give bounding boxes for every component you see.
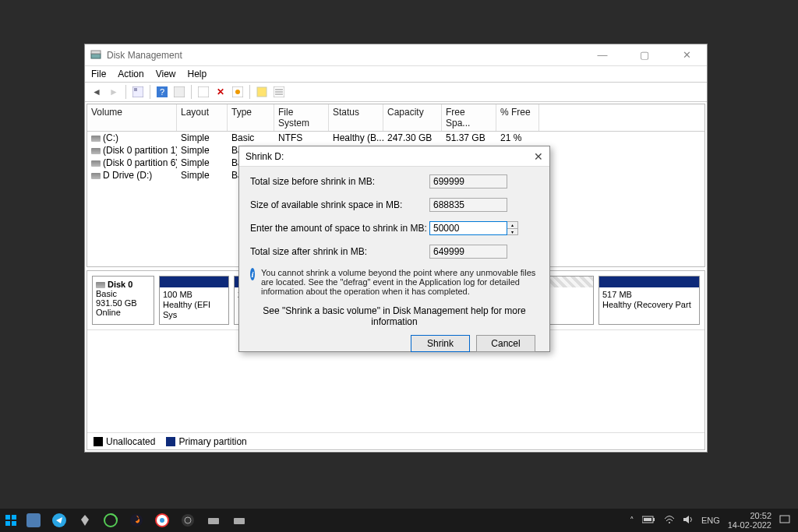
toolbar: ◄ ► ? ✕ xyxy=(85,82,707,102)
task-item[interactable] xyxy=(125,509,147,531)
disk-icon xyxy=(91,136,101,142)
legend-swatch-primary xyxy=(166,437,175,446)
svg-point-9 xyxy=(235,90,240,94)
svg-rect-0 xyxy=(91,54,101,58)
chevron-up-icon[interactable]: ˄ xyxy=(630,516,634,526)
svg-text:?: ? xyxy=(160,87,164,97)
task-item[interactable] xyxy=(23,509,44,531)
legend-swatch-unallocated xyxy=(94,437,103,446)
start-button[interactable] xyxy=(3,513,19,528)
menu-view[interactable]: View xyxy=(156,69,176,79)
svg-point-22 xyxy=(130,514,143,527)
svg-rect-7 xyxy=(198,86,209,97)
task-item[interactable] xyxy=(228,509,250,531)
svg-point-26 xyxy=(182,514,194,527)
col-status[interactable]: Status xyxy=(329,104,383,131)
label-enter-shrink: Enter the amount of space to shrink in M… xyxy=(250,223,429,234)
shrink-button[interactable]: Shrink xyxy=(411,335,470,352)
disk-icon xyxy=(96,282,105,288)
disk-label[interactable]: Disk 0 Basic 931.50 GB Online xyxy=(92,276,154,325)
refresh-icon[interactable] xyxy=(172,85,186,99)
value-total-after: 649999 xyxy=(429,245,507,259)
menu-help[interactable]: Help xyxy=(188,69,207,79)
back-button[interactable]: ◄ xyxy=(90,85,104,99)
col-layout[interactable]: Layout xyxy=(177,104,228,131)
disk-icon xyxy=(91,160,101,167)
task-item[interactable] xyxy=(74,509,96,531)
list-item[interactable]: (C:) Simple Basic NTFS Healthy (B... 247… xyxy=(87,132,704,144)
col-capacity[interactable]: Capacity xyxy=(383,104,442,131)
menubar: File Action View Help xyxy=(85,66,707,82)
svg-rect-10 xyxy=(257,87,267,97)
maximize-button[interactable]: ▢ xyxy=(629,49,660,61)
svg-rect-17 xyxy=(5,521,10,526)
delete-icon[interactable]: ✕ xyxy=(214,85,228,99)
task-item[interactable] xyxy=(177,509,199,531)
menu-file[interactable]: File xyxy=(91,69,106,79)
value-available: 688835 xyxy=(429,198,507,212)
svg-rect-6 xyxy=(174,86,185,97)
tree-icon[interactable] xyxy=(131,85,145,99)
volume-icon[interactable] xyxy=(683,515,694,526)
svg-point-33 xyxy=(669,522,670,523)
svg-rect-18 xyxy=(12,521,16,526)
battery-icon[interactable] xyxy=(642,516,656,525)
note-icon[interactable] xyxy=(255,85,269,99)
minimize-button[interactable]: — xyxy=(587,49,618,61)
list-header: Volume Layout Type File System Status Ca… xyxy=(87,104,704,132)
col-percent[interactable]: % Free xyxy=(496,104,539,131)
menu-action[interactable]: Action xyxy=(118,69,143,79)
close-button[interactable]: ✕ xyxy=(671,49,702,61)
spinner[interactable]: ▴▾ xyxy=(507,221,518,235)
task-item[interactable] xyxy=(203,509,224,531)
shrink-amount-input[interactable]: 50000 xyxy=(429,221,507,235)
svg-rect-28 xyxy=(208,518,219,524)
app-icon xyxy=(90,49,102,62)
svg-rect-15 xyxy=(5,515,10,520)
task-item[interactable] xyxy=(48,509,70,531)
dialog-close-icon[interactable]: ✕ xyxy=(534,150,543,163)
help-text: See "Shrink a basic volume" in Disk Mana… xyxy=(250,305,538,327)
settings-icon[interactable] xyxy=(231,85,245,99)
svg-rect-3 xyxy=(134,88,137,91)
svg-rect-29 xyxy=(234,518,245,524)
language-indicator[interactable]: ENG xyxy=(701,516,720,525)
svg-rect-32 xyxy=(644,518,651,521)
prop-icon[interactable] xyxy=(196,85,210,99)
task-item[interactable] xyxy=(151,509,173,531)
dialog-titlebar: Shrink D: ✕ xyxy=(239,146,549,167)
col-volume[interactable]: Volume xyxy=(87,104,177,131)
info-icon: i xyxy=(250,268,255,280)
wifi-icon[interactable] xyxy=(664,515,675,526)
col-filesystem[interactable]: File System xyxy=(274,104,329,131)
shrink-dialog: Shrink D: ✕ Total size before shrink in … xyxy=(238,146,550,352)
label-total-before: Total size before shrink in MB: xyxy=(250,176,429,187)
svg-rect-16 xyxy=(12,515,16,520)
clock[interactable]: 20:52 14-02-2022 xyxy=(728,511,772,530)
label-available: Size of available shrink space in MB: xyxy=(250,199,429,210)
partition[interactable]: 517 MBHealthy (Recovery Part xyxy=(598,276,700,325)
titlebar: Disk Management — ▢ ✕ xyxy=(85,44,707,66)
cancel-button[interactable]: Cancel xyxy=(476,335,535,352)
svg-rect-31 xyxy=(653,518,655,521)
list-icon[interactable] xyxy=(272,85,286,99)
value-total-before: 699999 xyxy=(429,174,507,188)
legend: Unallocated Primary partition xyxy=(87,432,704,449)
help-icon[interactable]: ? xyxy=(155,85,169,99)
disk-icon xyxy=(91,173,101,179)
partition[interactable]: 100 MBHealthy (EFI Sys xyxy=(159,276,229,325)
window-title: Disk Management xyxy=(107,50,182,61)
task-item[interactable] xyxy=(100,509,122,531)
col-freespace[interactable]: Free Spa... xyxy=(442,104,496,131)
svg-rect-1 xyxy=(91,51,101,54)
col-type[interactable]: Type xyxy=(228,104,274,131)
svg-point-25 xyxy=(160,518,164,523)
svg-rect-19 xyxy=(26,513,41,527)
taskbar: ˄ ENG 20:52 14-02-2022 xyxy=(0,509,798,532)
info-text: You cannot shrink a volume beyond the po… xyxy=(261,268,538,296)
system-tray: ˄ ENG 20:52 14-02-2022 xyxy=(630,511,795,530)
notifications-icon[interactable] xyxy=(779,514,790,527)
dialog-title: Shrink D: xyxy=(245,151,284,162)
forward-button[interactable]: ► xyxy=(107,85,121,99)
label-total-after: Total size after shrink in MB: xyxy=(250,246,429,257)
